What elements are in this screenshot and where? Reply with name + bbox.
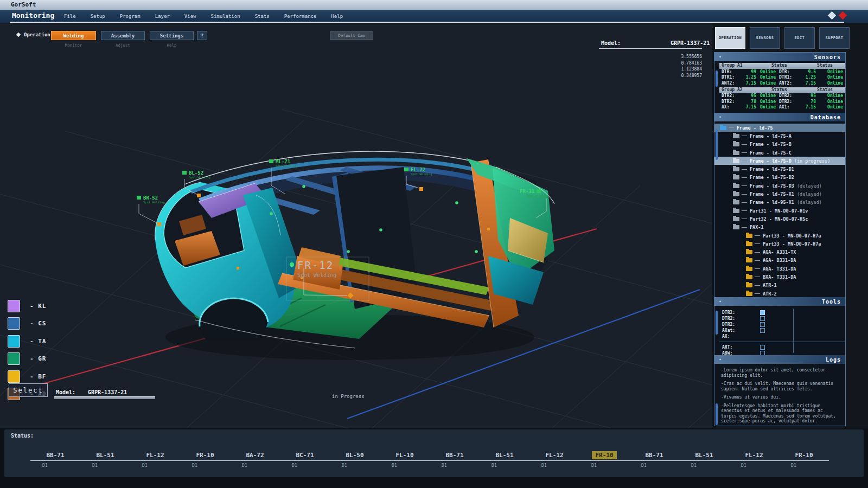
status-slot-bl-51[interactable]: BL-51D1: [480, 449, 529, 459]
sensors-header[interactable]: ✦ Sensors: [714, 53, 845, 62]
sensors-table: Group A1StatusStatusDTR:99OnlineDTR:9.5O…: [714, 63, 845, 113]
tree-item-frame-ld-75-c[interactable]: Frame - ld-75-C: [714, 149, 845, 157]
scrollbar[interactable]: [716, 311, 718, 335]
status-slot-fr-10[interactable]: FR-10D1: [579, 449, 629, 459]
tree-item-frame-ld-75-b[interactable]: Frame - ld-75-B: [714, 140, 845, 149]
folder-icon: [733, 151, 739, 155]
tool-label: DTR2:: [714, 316, 760, 321]
tool-checkbox[interactable]: [760, 322, 765, 327]
tab-support[interactable]: SUPPORT: [819, 27, 850, 49]
tree-item-aga-b331-da[interactable]: AGA- B331-DA: [714, 256, 845, 265]
scrollbar[interactable]: [716, 403, 718, 425]
sensor-cell: Online: [816, 69, 845, 74]
database-header[interactable]: ✦ Database: [714, 113, 845, 122]
status-slot-bl-50[interactable]: BL-50D1: [330, 449, 380, 459]
menu-item-stats[interactable]: Stats: [255, 14, 270, 19]
sensor-cell: 1.25: [796, 75, 816, 80]
menu-item-program[interactable]: Program: [120, 14, 141, 19]
tool-checkbox[interactable]: [760, 316, 765, 321]
tools-header[interactable]: ✦ Tools: [714, 297, 845, 306]
tree-item-part33-mn-d0-07-h7a[interactable]: Part33 - MN-D0-07-H7a: [714, 240, 845, 248]
menu-item-file[interactable]: File: [64, 14, 76, 19]
weld-label-fl-72[interactable]: FL-72 Spot Welding: [404, 167, 432, 176]
coordinate-readout: 0.348957: [599, 73, 702, 79]
menu-item-performance[interactable]: Performance: [284, 14, 317, 19]
weld-label-bl-52[interactable]: BL-52 Spot Welding: [182, 170, 210, 179]
tree-item-part32-mn-d0-07-h5c[interactable]: Part32 - MN-D0-07-H5c: [714, 215, 845, 223]
status-slot-fr-10[interactable]: FR-10D1: [779, 449, 829, 459]
focus-station-label[interactable]: FR-12 Spot Welding: [297, 259, 336, 278]
weld-label-fr-31[interactable]: FR-31 Spot Welding: [520, 189, 548, 197]
sensor-cell: DTR1:: [779, 75, 796, 80]
tree-label: Part33 - MN-D0-07-H7a: [763, 233, 821, 239]
tree-item-frame-ld-75-a[interactable]: Frame - ld-75-A: [714, 132, 845, 140]
help-button[interactable]: ?: [197, 31, 207, 40]
assembly-button[interactable]: Assembly: [101, 31, 145, 40]
status-slot-fr-10[interactable]: FR-10D1: [180, 449, 230, 459]
status-slot-bc-71[interactable]: BC-71D1: [280, 449, 330, 459]
tree-connector: [755, 252, 760, 253]
tree-connector: [742, 177, 747, 178]
status-slot-fl-12[interactable]: FL-12D1: [729, 449, 779, 459]
scrollbar[interactable]: [716, 70, 718, 87]
status-slot-bb-71[interactable]: BB-71D1: [629, 449, 679, 459]
menu-item-monitoring[interactable]: Monitoring: [12, 11, 54, 20]
menu-item-setup[interactable]: Setup: [91, 14, 105, 19]
tab-edit[interactable]: EDIT: [784, 27, 815, 49]
viewport-3d[interactable]: BR-52 Spot Welding BL-52 Spot Welding ML…: [0, 23, 712, 428]
sensor-group-header: Group A2StatusStatus: [719, 87, 845, 93]
tree-item-frame-ld-75[interactable]: Frame - ld-75: [714, 124, 845, 132]
tree-item-frame-ld-95-x1[interactable]: Frame - ld-95-X1(delayed): [714, 198, 845, 207]
tree-item-aga-a331-tx[interactable]: AGA- A331-TX: [714, 248, 845, 256]
tool-checkbox[interactable]: [760, 328, 765, 333]
tree-item-frame-ld-75-d3[interactable]: Frame - ld-75-D3(delayed): [714, 182, 845, 190]
tab-operation[interactable]: OPERATION: [715, 27, 745, 49]
tree-item-aga-t331-da[interactable]: AGA- T331-DA: [714, 265, 845, 273]
status-slot-fl-12[interactable]: FL-12D1: [529, 449, 579, 459]
tree-item-frame-ld-75-d1[interactable]: Frame - ld-75-D1: [714, 165, 845, 173]
menu-item-help[interactable]: Help: [331, 14, 343, 19]
tree-item-frame-ld-75-d2[interactable]: Frame - ld-75-D2: [714, 174, 845, 182]
tree-item-bxa-t331-da[interactable]: BXA- T331-DA: [714, 273, 845, 281]
tree-item-part33-mn-d0-07-h7a[interactable]: Part33 - MN-D0-07-H7a: [714, 232, 845, 240]
welding-sub-label: Monitor: [51, 43, 96, 48]
default-cam-button[interactable]: Default Cam: [330, 31, 373, 40]
tree-label: Frame - ld-75-A: [750, 133, 792, 139]
weld-label-ml-71[interactable]: ML-71 Spot Welding: [269, 159, 297, 168]
tab-sensors[interactable]: SENSORS: [750, 27, 780, 49]
panel-box: ✦ Sensors Group A1StatusStatusDTR:99Onli…: [714, 52, 846, 426]
model-value: GRPR-1337-21: [671, 40, 710, 46]
menu-item-simulation[interactable]: Simulation: [211, 14, 240, 19]
weld-label-id: ML-71: [276, 159, 290, 164]
settings-button[interactable]: Settings: [150, 31, 194, 40]
status-slot-ba-72[interactable]: BA-72D1: [230, 449, 280, 459]
menu-item-layer[interactable]: Layer: [155, 14, 170, 19]
sensor-cell: DTR1:: [719, 75, 737, 80]
welding-button[interactable]: Welding: [51, 31, 96, 40]
status-item-label: BL-51: [93, 451, 117, 459]
status-item-label: FL-12: [143, 451, 167, 459]
tree-item-atr-1[interactable]: ATR-1: [714, 281, 845, 290]
sensor-cell: 1.25: [737, 75, 756, 80]
menu-item-view[interactable]: View: [184, 14, 196, 19]
tree-connector: [742, 185, 747, 186]
tool-row-art: ART:: [714, 344, 845, 350]
status-slot-bl-51[interactable]: BL-51D1: [679, 449, 729, 459]
weld-label-br-52[interactable]: BR-52 Spot Welding: [137, 195, 165, 204]
scrollbar[interactable]: [716, 129, 718, 160]
tree-item-frame-ld-75-d[interactable]: Frame - ld-75-D(in progress): [714, 157, 845, 165]
status-slot-fl-10[interactable]: FL-10D1: [380, 449, 430, 459]
tree-item-frame-ld-75-x1[interactable]: Frame - ld-75-X1(delayed): [714, 190, 845, 198]
tree-item-part31-mn-d0-07-h1v[interactable]: Part31 - MN-D0-07-H1v: [714, 207, 845, 215]
status-slot-fl-12[interactable]: FL-12D1: [130, 449, 180, 459]
status-slot-bl-51[interactable]: BL-51D1: [80, 449, 130, 459]
tool-checkbox[interactable]: [760, 345, 765, 350]
status-slot-bb-71[interactable]: BB-71D1: [430, 449, 480, 459]
sensor-cell: Online: [816, 75, 845, 80]
tool-checkbox[interactable]: [760, 310, 765, 315]
tree-item-atr-2[interactable]: ATR-2: [714, 290, 845, 298]
tree-item-pax-1[interactable]: PAX-1: [714, 223, 845, 232]
status-slot-bb-71[interactable]: BB-71D1: [30, 449, 80, 459]
select-button[interactable]: Select: [9, 383, 48, 397]
logs-header[interactable]: ✦ Logs: [714, 355, 845, 364]
